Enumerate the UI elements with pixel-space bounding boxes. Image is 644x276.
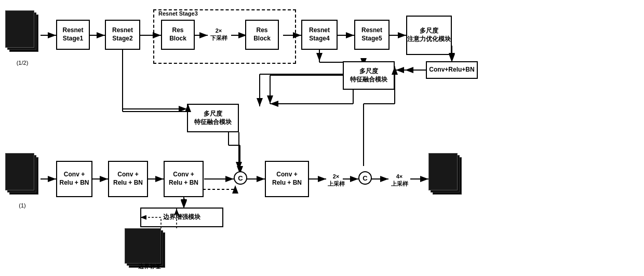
architecture-diagram: (1/2) Resnet Stage1 Resnet Stage2 Resnet…	[0, 0, 644, 276]
resnet-stage5-box: ResnetStage5	[354, 20, 390, 50]
res-block-1-label: ResBlock	[169, 26, 186, 43]
conv1-bottom-label: Conv +Relu + BN	[59, 171, 89, 187]
conv3-bottom-box: Conv +Relu + BN	[164, 161, 204, 197]
conv-relu-bn-top-box: Conv+Relu+BN	[426, 61, 478, 79]
resnet-stage4-box: ResnetStage4	[301, 20, 338, 50]
feature-fusion-bottom-label: 多尺度特征融合模块	[194, 110, 232, 126]
conv2-bottom-label: Conv +Relu + BN	[113, 171, 143, 187]
attention-module-label: 多尺度注意力优化模块	[407, 27, 451, 43]
concat2-label: C	[363, 174, 367, 182]
input-bottom-label: (1)	[15, 202, 30, 209]
attention-module-box: 多尺度注意力优化模块	[406, 16, 452, 55]
feature-fusion-top-label: 多尺度特征融合模块	[350, 67, 387, 84]
concat1-label: C	[238, 174, 243, 182]
resnet-stage2-label: Resnet Stage2	[106, 26, 139, 43]
feature-fusion-bottom-box: 多尺度特征融合模块	[187, 104, 239, 132]
output-image	[428, 153, 464, 200]
downsample-label: 2×下采样	[208, 27, 230, 42]
conv3-bottom-label: Conv +Relu + BN	[169, 171, 198, 187]
input-bottom-image	[5, 153, 41, 200]
boundary-label-text: 边界标签	[134, 263, 165, 270]
upsample-2x-label: 2×上采样	[326, 173, 346, 188]
resnet-stage3-label: Resnet Stage3	[158, 10, 198, 17]
input-top-label: (1/2)	[9, 60, 35, 66]
resnet-stage4-label: ResnetStage4	[309, 26, 330, 43]
resnet-stage2-box: Resnet Stage2	[105, 20, 140, 50]
resnet-stage1-label: Resnet Stage1	[57, 26, 89, 43]
concat1-circle: C	[234, 171, 247, 185]
conv-relu-bn-top-label: Conv+Relu+BN	[429, 66, 474, 74]
conv4-bottom-label: Conv +Relu + BN	[272, 171, 302, 187]
upsample-4x-label: 4×上采样	[390, 173, 409, 188]
resnet-stage1-box: Resnet Stage1	[56, 20, 90, 50]
concat2-circle: C	[358, 171, 372, 185]
boundary-module-box: 边界增强模块	[140, 208, 223, 227]
resnet-stage5-label: ResnetStage5	[361, 26, 382, 43]
res-block-2-box: ResBlock	[245, 20, 279, 50]
feature-fusion-top-box: 多尺度特征融合模块	[343, 61, 395, 90]
boundary-module-label: 边界增强模块	[163, 213, 200, 222]
input-top-image	[5, 10, 41, 57]
conv2-bottom-box: Conv +Relu + BN	[108, 161, 148, 197]
conv4-bottom-box: Conv +Relu + BN	[265, 161, 309, 197]
res-block-2-label: ResBlock	[253, 26, 271, 43]
res-block-1-box: ResBlock	[161, 20, 195, 50]
conv1-bottom-box: Conv +Relu + BN	[56, 161, 92, 197]
